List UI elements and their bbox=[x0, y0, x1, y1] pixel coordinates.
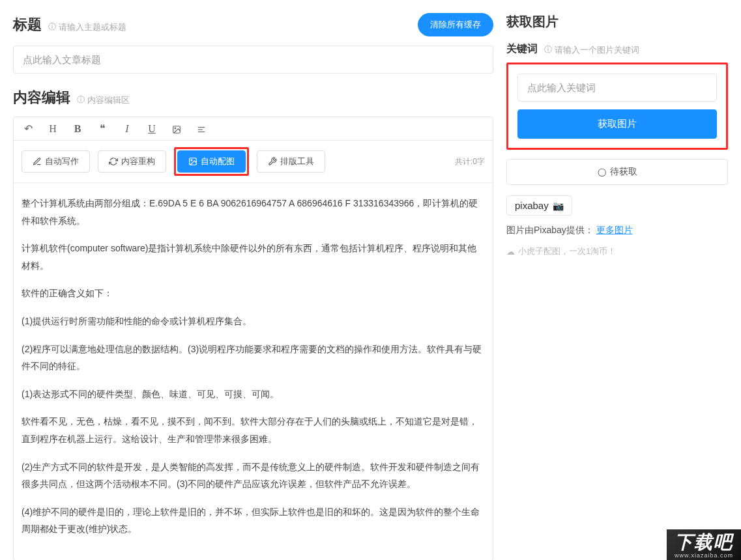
align-icon[interactable] bbox=[195, 123, 208, 135]
underline-icon[interactable]: U bbox=[145, 123, 158, 135]
paragraph: (4)维护不同的硬件是旧的，理论上软件是旧的，并不坏，但实际上软件也是旧的和坏的… bbox=[22, 503, 485, 538]
auto-image-button[interactable]: 自动配图 bbox=[177, 150, 246, 173]
keyword-label: 关键词 bbox=[506, 42, 538, 56]
title-label: 标题 bbox=[13, 15, 42, 35]
undo-icon[interactable]: ↶ bbox=[22, 122, 35, 135]
article-title-input[interactable] bbox=[13, 46, 493, 74]
title-hint: 请输入主题或标题 bbox=[48, 21, 126, 33]
layout-tool-button[interactable]: 排版工具 bbox=[257, 150, 325, 173]
more-images-link[interactable]: 更多图片 bbox=[596, 225, 633, 235]
fetch-image-title: 获取图片 bbox=[506, 13, 728, 31]
editor-box: ↶ H B ❝ I U 自动写作 内 bbox=[13, 117, 493, 560]
content-area[interactable]: 整个计算机系统由两部分组成：E.69DA 5 E 6 BA 9062616964… bbox=[14, 183, 493, 560]
paragraph: (1)表达形式不同的硬件类型、颜色、味道、可见、可摸、可闻。 bbox=[22, 385, 485, 403]
word-count: 共计:0字 bbox=[455, 156, 485, 167]
title-header: 标题 请输入主题或标题 清除所有缓存 bbox=[13, 13, 493, 36]
auto-write-button[interactable]: 自动写作 bbox=[22, 150, 90, 173]
paragraph: 软件的正确含义如下： bbox=[22, 285, 485, 302]
paragraph: (2)程序可以满意地处理信息的数据结构。(3)说明程序功能要求和程序需要的文档的… bbox=[22, 341, 485, 375]
clear-cache-button[interactable]: 清除所有缓存 bbox=[418, 13, 493, 36]
image-icon[interactable] bbox=[170, 123, 183, 135]
auto-image-highlight: 自动配图 bbox=[174, 147, 249, 176]
action-row: 自动写作 内容重构 自动配图 排版工具 共计:0字 bbox=[14, 141, 493, 183]
quote-icon[interactable]: ❝ bbox=[96, 122, 109, 135]
paragraph: 软件看不见，无色，枯燥，看不见，摸不到，闻不到。软件大部分存在于人们的头脑或纸上… bbox=[22, 413, 485, 447]
fetch-image-button[interactable]: 获取图片 bbox=[517, 109, 717, 139]
paragraph: 计算机软件(computer software)是指计算机系统中除硬件以外的所有… bbox=[22, 240, 485, 274]
paragraph: 整个计算机系统由两部分组成：E.69DA 5 E 6 BA 9062616964… bbox=[22, 195, 485, 229]
keyword-highlight: 获取图片 bbox=[506, 63, 728, 150]
bold-icon[interactable]: B bbox=[71, 123, 84, 135]
svg-point-1 bbox=[175, 128, 176, 129]
heading-icon[interactable]: H bbox=[46, 123, 59, 135]
camera-icon: 📷 bbox=[553, 201, 564, 211]
paragraph: (2)生产方式不同的软件是开发，是人类智能的高发挥，而不是传统意义上的硬件制造。… bbox=[22, 458, 485, 493]
pixabay-badge: pixabay 📷 bbox=[506, 195, 572, 216]
tip-line: 小虎子配图，一次1淘币！ bbox=[506, 245, 728, 257]
keyword-hint: 请输入一个图片关键词 bbox=[544, 44, 639, 56]
keyword-input[interactable] bbox=[517, 74, 717, 102]
content-hint: 内容编辑区 bbox=[77, 94, 130, 106]
pending-button[interactable]: 待获取 bbox=[506, 159, 728, 185]
italic-icon[interactable]: I bbox=[121, 123, 134, 135]
editor-toolbar: ↶ H B ❝ I U bbox=[14, 117, 493, 141]
credit-line: 图片由Pixabay提供： 更多图片 bbox=[506, 225, 728, 236]
restructure-button[interactable]: 内容重构 bbox=[98, 150, 166, 173]
watermark: 下载吧 www.xiazaiba.com bbox=[667, 529, 741, 560]
svg-point-6 bbox=[191, 160, 192, 161]
paragraph: (1)提供运行时所需功能和性能的命令或计算机程序集合。 bbox=[22, 313, 485, 330]
content-label: 内容编辑 bbox=[13, 88, 70, 107]
